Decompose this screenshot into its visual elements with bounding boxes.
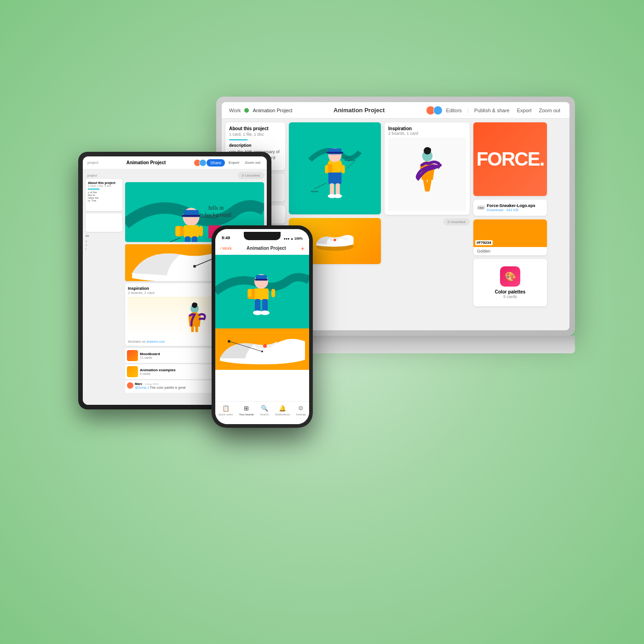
svg-point-5 <box>334 194 342 198</box>
scene: Work Animation Project Animation Project… <box>69 69 575 575</box>
tablet-export-button[interactable]: Export <box>227 160 241 166</box>
animation-thumb <box>127 366 138 377</box>
editors-avatars <box>426 106 441 115</box>
svg-rect-58 <box>255 299 260 312</box>
laptop-column-3: Inspiration 2 boards, 1 card <box>385 122 470 327</box>
phone-nav-your-boards[interactable]: ⊞ Your boards <box>239 404 254 420</box>
svg-point-18 <box>334 239 336 241</box>
svg-rect-10 <box>325 165 328 173</box>
about-desc-title: description <box>229 143 282 148</box>
phone-time: 8:49 <box>222 236 230 240</box>
tablet-small-card <box>86 213 122 232</box>
tablet-header: project Animation Project Share Export Z… <box>83 156 267 169</box>
character-illustration: shorten hills in background <box>289 122 381 214</box>
phone-nav-quick-notes[interactable]: 📋 Quick notes <box>218 404 233 420</box>
phone-project-title: Animation Project <box>247 246 286 251</box>
color-swatch-card: #F79234 Golden <box>473 219 547 255</box>
svg-point-67 <box>261 351 263 352</box>
svg-rect-56 <box>254 288 269 300</box>
export-button[interactable]: Export <box>515 107 534 114</box>
svg-point-46 <box>193 265 196 268</box>
tablet-left-col: project About this project 1 card, 1 fil… <box>86 172 122 402</box>
battery-indicator: 100% <box>294 237 303 240</box>
svg-point-49 <box>195 303 197 306</box>
download-link[interactable]: Download <box>487 208 503 212</box>
phone-nav-settings[interactable]: ⚙ Settings <box>296 404 306 420</box>
svg-rect-30 <box>184 225 199 238</box>
notifications-icon: 🔔 <box>278 404 287 412</box>
palette-subtitle: 5 cards <box>477 294 543 299</box>
phone-app-header: ‹ Work Animation Project + <box>215 242 309 255</box>
phone-nav-notifications[interactable]: 🔔 Notifications <box>275 404 290 420</box>
svg-rect-1 <box>328 172 342 184</box>
comment-text: @Sonia J This color palette is great <box>135 385 186 390</box>
quick-notes-icon: 📋 <box>222 404 230 412</box>
phone-status-icons: ●●● ▲ 100% <box>283 237 303 240</box>
unsorted-badge: 0 Unsorted <box>443 218 470 225</box>
about-subtitle: 1 card, 1 file, 1 doc <box>229 132 282 137</box>
svg-rect-55 <box>255 279 268 281</box>
phone-back-button[interactable]: ‹ Work <box>220 246 232 251</box>
svg-rect-62 <box>248 289 252 297</box>
svg-rect-3 <box>336 183 340 195</box>
svg-rect-59 <box>262 299 268 312</box>
zoom-out-button[interactable]: Zoom out <box>537 107 562 114</box>
breadcrumb-project: Animation Project <box>253 108 292 113</box>
laptop-breadcrumb-area: Work Animation Project <box>229 108 293 113</box>
about-title: About this project <box>229 126 282 131</box>
your-boards-icon: ⊞ <box>242 404 251 412</box>
editors-button[interactable]: Editors <box>444 107 464 114</box>
phone-add-button[interactable]: + <box>301 245 305 252</box>
inspiration-title: Inspiration <box>388 126 466 131</box>
svg-rect-32 <box>185 236 190 242</box>
comment-avatar <box>127 382 133 389</box>
svg-rect-51 <box>196 326 198 333</box>
color-swatch: #F79234 <box>473 219 547 247</box>
svg-text:hills in: hills in <box>208 205 224 211</box>
svg-rect-33 <box>192 236 197 242</box>
phone-hero-image <box>215 255 309 328</box>
moodboard-thumb <box>127 350 138 361</box>
breadcrumb-work[interactable]: Work <box>229 108 241 113</box>
tablet-nav-text: ov <box>86 234 122 237</box>
publish-share-button[interactable]: Publish & share <box>472 107 512 114</box>
inspiration-card: Inspiration 2 boards, 1 card <box>385 122 470 215</box>
file-name: Force-Sneaker-Logo.eps <box>487 203 535 208</box>
character-card: shorten hills in background <box>289 122 381 214</box>
svg-text:shorten: shorten <box>311 190 318 193</box>
settings-icon: ⚙ <box>297 404 305 412</box>
svg-line-12 <box>314 183 327 190</box>
laptop-title: Animation Project <box>293 107 426 114</box>
raw-badge: raw <box>477 206 485 210</box>
color-palettes-card: 🎨 Color palettes 5 cards <box>473 259 547 306</box>
svg-rect-36 <box>176 226 180 236</box>
phone-nav-search[interactable]: 🔍 Search <box>260 404 269 420</box>
tablet-about-card-sm: About this project 1 card, 1 file, 1 doc… <box>86 179 122 211</box>
color-hex: #F79234 <box>475 240 493 245</box>
moodboard-name: Moodboard <box>140 352 160 356</box>
inspiration-image <box>388 138 466 211</box>
about-underline <box>229 139 247 140</box>
phone: 8:49 ●●● ▲ 100% ‹ Work Animation Project… <box>212 225 313 428</box>
svg-rect-50 <box>191 326 194 333</box>
phone-content <box>215 255 309 401</box>
laptop-column-4: FORCE. raw Force-Sneaker-Logo.eps Dow <box>473 122 547 327</box>
file-size: 441 KB <box>506 208 518 212</box>
tablet-avatar-2 <box>199 159 207 167</box>
svg-rect-37 <box>199 226 203 236</box>
tablet-title: Animation Project <box>98 160 194 165</box>
comment-author: Marc <box>135 382 142 385</box>
tablet-share-button[interactable]: Share <box>207 159 225 167</box>
phone-nav-bar: 📋 Quick notes ⊞ Your boards 🔍 Search 🔔 N… <box>215 401 309 424</box>
svg-point-65 <box>263 344 267 348</box>
svg-point-23 <box>427 148 431 151</box>
tablet-zoom-button[interactable]: Zoom out <box>243 160 262 166</box>
palette-icon: 🎨 <box>500 266 520 287</box>
svg-text:background: background <box>345 159 355 161</box>
breadcrumb-dot <box>244 108 249 113</box>
laptop-app-header: Work Animation Project Animation Project… <box>222 102 569 119</box>
svg-text:hills in: hills in <box>345 156 351 159</box>
svg-point-68 <box>228 340 230 343</box>
tablet-unsorted-badge: 0 Unsorted <box>238 172 264 179</box>
svg-rect-2 <box>330 183 334 195</box>
